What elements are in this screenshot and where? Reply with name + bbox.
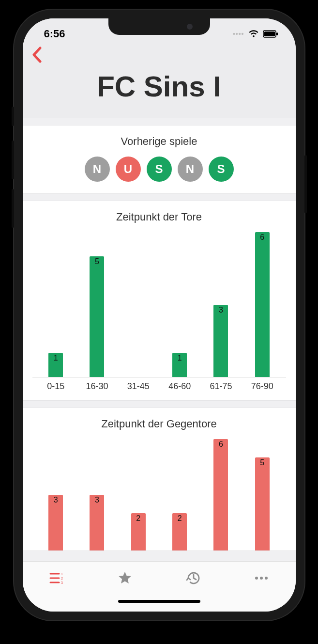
bar-col: 1 (159, 232, 200, 377)
home-indicator (23, 597, 296, 612)
tab-more[interactable] (227, 576, 296, 581)
game-result-dot[interactable]: N (178, 157, 203, 182)
tab-list[interactable]: 1 2 3 (23, 572, 91, 584)
bar-col (118, 232, 159, 377)
svg-text:3: 3 (61, 581, 63, 584)
bar-value-label: 6 (219, 440, 223, 449)
bar: 3 (213, 305, 228, 377)
bar-col: 3 (35, 439, 76, 550)
bar-col: 6 (242, 232, 283, 377)
history-icon (185, 571, 201, 585)
x-tick-label: 31-45 (118, 381, 159, 392)
svg-point-11 (265, 577, 268, 580)
goals-chart-card: Zeitpunkt der Tore 15136 0-1516-3031-454… (23, 201, 296, 401)
tab-favorites[interactable] (91, 571, 159, 585)
page-title: FC Sins I (32, 70, 286, 103)
bar-col: 2 (159, 439, 200, 550)
notch (108, 18, 210, 35)
conceded-chart: 332265 (32, 439, 286, 550)
x-tick-label: 16-30 (76, 381, 118, 392)
previous-games-card: Vorherige spiele N U S N S (23, 125, 296, 194)
bar-value-label: 6 (260, 233, 264, 242)
svg-text:2: 2 (61, 577, 63, 580)
bar-col: 3 (76, 439, 118, 550)
bar-value-label: 2 (136, 514, 140, 523)
bar: 5 (90, 256, 104, 377)
bar-col: 3 (200, 232, 242, 377)
goals-chart: 15136 (32, 232, 286, 377)
bar-value-label: 1 (54, 354, 58, 362)
game-result-dot[interactable]: U (116, 157, 141, 182)
game-result-dot[interactable]: S (147, 157, 172, 182)
x-tick-label: 76-90 (242, 381, 283, 392)
bar-col: 5 (242, 439, 283, 550)
battery-icon (263, 30, 278, 38)
more-icon (254, 576, 269, 581)
svg-rect-2 (276, 32, 278, 35)
volume-down-button (12, 189, 14, 228)
bar-value-label: 3 (95, 496, 99, 504)
power-button (304, 155, 307, 213)
x-tick-label: 46-60 (159, 381, 200, 392)
status-time: 6:56 (44, 28, 65, 40)
bar: 3 (48, 495, 63, 550)
phone-frame: 6:56 •••• FC Sins I Vorherige spiele (14, 10, 304, 620)
star-icon (118, 571, 132, 585)
bar-value-label: 1 (178, 354, 182, 362)
bar: 5 (255, 457, 270, 550)
header: FC Sins I (23, 45, 296, 118)
bar: 6 (255, 232, 270, 377)
bar-value-label: 2 (178, 514, 182, 523)
conceded-chart-title: Zeitpunkt der Gegentore (32, 418, 286, 430)
tab-bar: 1 2 3 (23, 561, 296, 597)
bar: 6 (213, 439, 228, 550)
content-scroll[interactable]: Vorherige spiele N U S N S Zeitpunkt der… (23, 118, 296, 561)
bar-col: 1 (35, 232, 76, 377)
signal-dots-icon: •••• (233, 30, 244, 38)
bar-col: 5 (76, 232, 118, 377)
previous-games-title: Vorherige spiele (32, 135, 286, 148)
svg-point-10 (260, 577, 263, 580)
bar-value-label: 3 (219, 306, 223, 314)
game-result-dot[interactable]: S (209, 157, 234, 182)
tab-history[interactable] (159, 571, 227, 585)
previous-games-row: N U S N S (32, 157, 286, 187)
mute-switch (12, 107, 14, 126)
bar-value-label: 3 (54, 496, 58, 504)
back-button[interactable] (31, 47, 42, 67)
goals-chart-title: Zeitpunkt der Tore (32, 211, 286, 223)
goals-chart-xaxis: 0-1516-3031-4546-6061-7576-90 (32, 377, 286, 393)
status-right: •••• (233, 30, 278, 38)
wifi-icon (248, 30, 259, 38)
svg-rect-1 (264, 31, 275, 36)
screen: 6:56 •••• FC Sins I Vorherige spiele (23, 18, 296, 612)
bar-col: 2 (118, 439, 159, 550)
bar: 2 (172, 513, 187, 550)
camera-dot (187, 24, 193, 30)
game-result-dot[interactable]: N (85, 157, 110, 182)
bar-value-label: 5 (95, 257, 99, 266)
bar-value-label: 5 (260, 458, 264, 467)
x-tick-label: 61-75 (200, 381, 242, 392)
bar: 2 (131, 513, 146, 550)
volume-up-button (12, 141, 14, 179)
bar: 1 (172, 353, 187, 377)
svg-text:1: 1 (61, 572, 63, 576)
list-icon: 1 2 3 (49, 572, 64, 584)
bar: 3 (90, 495, 104, 550)
x-tick-label: 0-15 (35, 381, 76, 392)
bar-col: 6 (200, 439, 242, 550)
conceded-chart-card: Zeitpunkt der Gegentore 332265 (23, 408, 296, 551)
svg-point-9 (255, 577, 258, 580)
bar: 1 (48, 353, 63, 377)
